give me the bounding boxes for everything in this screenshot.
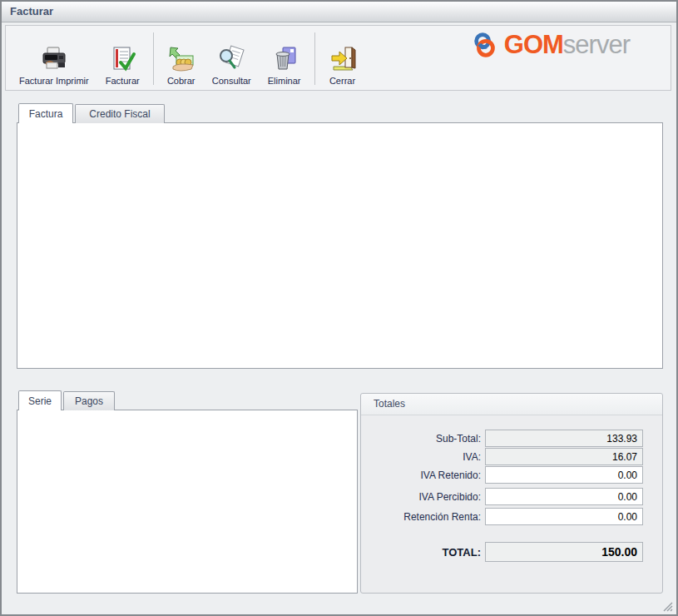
toolbar-separator bbox=[314, 32, 315, 85]
facturar-button[interactable]: Facturar bbox=[97, 29, 148, 88]
iva-field bbox=[485, 448, 643, 465]
tab-label: Pagos bbox=[75, 395, 103, 407]
total-label: TOTAL: bbox=[364, 546, 481, 559]
eliminar-button[interactable]: Eliminar bbox=[260, 29, 309, 88]
cerrar-button[interactable]: Cerrar bbox=[320, 29, 365, 88]
iva-retenido-label: IVA Retenido: bbox=[364, 469, 481, 481]
totales-header bbox=[361, 394, 662, 415]
gomserver-logo-icon bbox=[471, 31, 499, 59]
trash-icon bbox=[270, 45, 299, 73]
serie-tab-page bbox=[17, 410, 358, 594]
iva-percibido-label: IVA Percibido: bbox=[364, 491, 481, 503]
toolbar-button-label: Cerrar bbox=[329, 76, 355, 86]
tab-credito-fiscal[interactable]: Credito Fiscal bbox=[75, 104, 165, 123]
window-title: Facturar bbox=[10, 5, 53, 17]
total-field bbox=[485, 542, 643, 562]
toolbar-button-label: Facturar Imprimir bbox=[19, 76, 89, 86]
search-document-icon bbox=[217, 45, 245, 73]
tab-factura[interactable]: Factura bbox=[18, 103, 73, 123]
tab-pagos[interactable]: Pagos bbox=[63, 391, 115, 410]
retencion-renta-label: Retención Renta: bbox=[364, 511, 481, 523]
facturar-imprimir-button[interactable]: Facturar Imprimir bbox=[11, 29, 97, 88]
iva-label: IVA: bbox=[364, 451, 481, 463]
iva-percibido-field[interactable] bbox=[485, 488, 643, 505]
totales-title: Totales bbox=[374, 398, 405, 410]
tab-serie[interactable]: Serie bbox=[18, 390, 62, 410]
toolbar-button-label: Eliminar bbox=[268, 76, 301, 86]
resize-grip[interactable] bbox=[662, 600, 673, 611]
invoice-check-icon bbox=[108, 45, 136, 73]
subtotal-label: Sub-Total: bbox=[364, 433, 481, 445]
retencion-renta-field[interactable] bbox=[485, 508, 643, 525]
gomserver-logo: GOMserver bbox=[471, 30, 630, 60]
iva-retenido-field[interactable] bbox=[485, 466, 643, 484]
exit-door-icon bbox=[329, 45, 357, 73]
printer-icon bbox=[40, 45, 68, 73]
facturar-window: Facturar Facturar Imprimir bbox=[0, 0, 678, 616]
tab-label: Serie bbox=[28, 395, 52, 407]
logo-text-server: server bbox=[563, 30, 630, 59]
cobrar-button[interactable]: Cobrar bbox=[159, 29, 204, 88]
logo-text-gom: GOM bbox=[504, 30, 563, 59]
collect-money-icon bbox=[167, 45, 195, 73]
toolbar-button-label: Consultar bbox=[212, 76, 251, 86]
tab-label: Credito Fiscal bbox=[89, 108, 150, 120]
subtotal-field bbox=[485, 430, 643, 447]
toolbar-button-label: Cobrar bbox=[167, 76, 195, 86]
tab-label: Factura bbox=[29, 108, 63, 120]
toolbar-button-label: Facturar bbox=[106, 76, 140, 86]
consultar-button[interactable]: Consultar bbox=[204, 29, 260, 88]
toolbar-separator bbox=[153, 32, 154, 85]
title-bar: Facturar bbox=[2, 2, 676, 22]
factura-tab-page bbox=[17, 122, 663, 369]
